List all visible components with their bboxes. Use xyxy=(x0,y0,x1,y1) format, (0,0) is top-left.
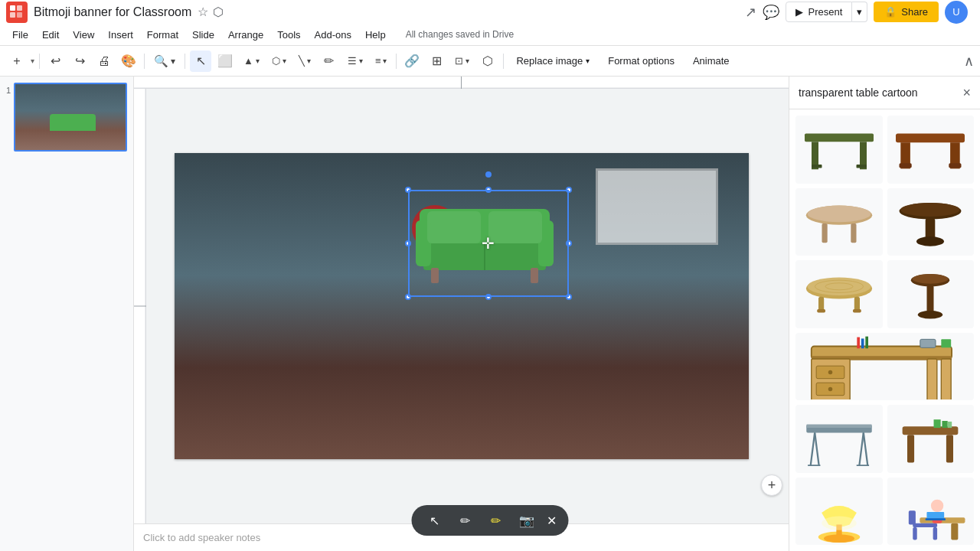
panel-close-button[interactable]: × xyxy=(962,86,971,99)
svg-rect-3 xyxy=(17,12,22,18)
title-icons: ☆ ⬡ xyxy=(198,5,224,19)
animate-button[interactable]: Animate xyxy=(685,52,737,70)
image-result-6[interactable] xyxy=(887,260,975,328)
search-query-text: transparent table cartoon xyxy=(799,86,956,99)
mini-highlight-button[interactable]: ✏ xyxy=(485,510,507,531)
svg-rect-89 xyxy=(926,518,946,520)
mini-close-button[interactable]: ✕ xyxy=(547,514,557,528)
toolbar-separator-2 xyxy=(144,54,145,69)
mini-camera-button[interactable]: 📷 xyxy=(516,510,537,531)
user-avatar[interactable]: U xyxy=(945,1,968,24)
svg-rect-63 xyxy=(806,425,871,429)
menu-file[interactable]: File xyxy=(6,27,34,43)
mini-cursor-button[interactable]: ↖ xyxy=(424,510,446,531)
redo-button[interactable]: ↪ xyxy=(69,51,90,72)
slide-thumbnail[interactable] xyxy=(14,83,127,152)
menu-help[interactable]: Help xyxy=(359,27,392,43)
zoom-dropdown[interactable]: 🔍 ▾ xyxy=(149,52,180,70)
trending-icon[interactable]: ↗ xyxy=(745,4,756,21)
svg-rect-45 xyxy=(927,285,934,315)
image-result-9[interactable] xyxy=(887,405,975,473)
bottom-mini-toolbar: ↖ ✏ ✏ 📷 ✕ xyxy=(412,505,569,536)
image-result-1[interactable] xyxy=(795,116,883,184)
embed-button[interactable]: ⊞ xyxy=(426,51,447,72)
handle-rotation[interactable] xyxy=(485,171,492,178)
svg-rect-30 xyxy=(851,223,856,243)
image-tool[interactable]: ⬜ xyxy=(214,51,236,72)
svg-rect-74 xyxy=(942,421,948,428)
image-result-2[interactable] xyxy=(887,116,975,184)
toolbar-separator-5 xyxy=(503,54,504,69)
present-button[interactable]: ▶ Present xyxy=(786,2,852,22)
comments-icon[interactable]: 💬 xyxy=(763,4,779,21)
replace-image-button[interactable]: Replace image ▾ xyxy=(508,52,597,70)
color-dropdown[interactable]: ▲ ▾ xyxy=(239,53,264,69)
slide-canvas[interactable]: ✛ xyxy=(175,153,749,459)
undo-button[interactable]: ↩ xyxy=(44,51,66,72)
svg-rect-1 xyxy=(17,5,22,11)
zoom-add-button[interactable]: + xyxy=(761,474,782,496)
image-result-8[interactable] xyxy=(795,405,883,473)
present-dropdown-button[interactable]: ▾ xyxy=(852,2,867,22)
selected-sofa-element[interactable]: ✛ xyxy=(408,190,569,297)
align-dropdown[interactable]: ≡ ▾ xyxy=(371,53,392,69)
whiteboard-element[interactable] xyxy=(596,168,718,245)
menu-addons[interactable]: Add-ons xyxy=(309,27,358,43)
title-bar: Bitmoji banner for Classroom ☆ ⬡ ↗ 💬 ▶ P… xyxy=(0,0,980,24)
select-tool[interactable]: ↖ xyxy=(190,51,211,72)
header-right: ↗ 💬 ▶ Present ▾ 🔒 Share U xyxy=(745,1,974,24)
svg-rect-21 xyxy=(856,165,867,168)
menu-format[interactable]: Format xyxy=(141,27,185,43)
slide-sofa-preview xyxy=(50,114,96,131)
image-result-10[interactable] xyxy=(795,478,883,546)
text-dropdown[interactable]: ☰ ▾ xyxy=(343,53,368,69)
app-logo[interactable] xyxy=(6,2,28,23)
folder-icon[interactable]: ⬡ xyxy=(213,5,224,19)
slide-canvas-wrapper: ✛ + xyxy=(134,89,789,523)
image-result-11[interactable] xyxy=(887,478,975,546)
menu-view[interactable]: View xyxy=(67,27,100,43)
link-button[interactable]: 🔗 xyxy=(401,51,423,72)
add-button[interactable]: + xyxy=(6,51,28,72)
svg-rect-72 xyxy=(946,435,953,462)
shape-dropdown[interactable]: ⬡ ▾ xyxy=(267,53,291,69)
crop-dropdown[interactable]: ⊡ ▾ xyxy=(450,53,474,69)
toolbar-collapse-button[interactable]: ∧ xyxy=(964,53,974,70)
menu-insert[interactable]: Insert xyxy=(102,27,139,43)
image-result-7[interactable] xyxy=(795,333,974,401)
main-area: 1 xyxy=(0,77,980,551)
vertical-ruler xyxy=(134,89,146,523)
menu-tools[interactable]: Tools xyxy=(271,27,306,43)
svg-rect-71 xyxy=(907,435,914,462)
format-paint-button[interactable]: 🎨 xyxy=(118,51,139,72)
add-dropdown-icon[interactable]: ▾ xyxy=(31,57,34,65)
present-icon: ▶ xyxy=(795,6,803,18)
image-result-4[interactable] xyxy=(887,188,975,256)
mini-pen-button[interactable]: ✏ xyxy=(455,510,476,531)
svg-rect-84 xyxy=(933,527,937,540)
share-button[interactable]: 🔒 Share xyxy=(874,2,939,22)
toolbar-separator-3 xyxy=(185,54,185,69)
menu-arrange[interactable]: Arrange xyxy=(222,27,270,43)
svg-rect-55 xyxy=(927,359,937,401)
images-grid xyxy=(789,109,980,551)
pen-tool[interactable]: ✏ xyxy=(318,51,340,72)
svg-point-34 xyxy=(916,236,944,246)
top-bar: Bitmoji banner for Classroom ☆ ⬡ ↗ 💬 ▶ P… xyxy=(0,0,980,46)
star-icon[interactable]: ☆ xyxy=(198,5,208,19)
mask-button[interactable]: ⬡ xyxy=(477,51,498,72)
svg-point-32 xyxy=(901,203,960,217)
svg-rect-25 xyxy=(900,163,912,168)
menu-edit[interactable]: Edit xyxy=(36,27,65,43)
menu-slide[interactable]: Slide xyxy=(186,27,220,43)
line-dropdown[interactable]: ╲ ▾ xyxy=(294,53,315,69)
svg-point-78 xyxy=(824,534,854,543)
image-result-5[interactable] xyxy=(795,260,883,328)
print-button[interactable]: 🖨 xyxy=(93,51,115,72)
format-options-button[interactable]: Format options xyxy=(600,52,682,70)
bottom-toolbar: + xyxy=(761,474,782,496)
svg-point-86 xyxy=(931,499,943,511)
image-result-3[interactable] xyxy=(795,188,883,256)
svg-rect-82 xyxy=(913,523,938,527)
svg-rect-83 xyxy=(913,527,917,540)
